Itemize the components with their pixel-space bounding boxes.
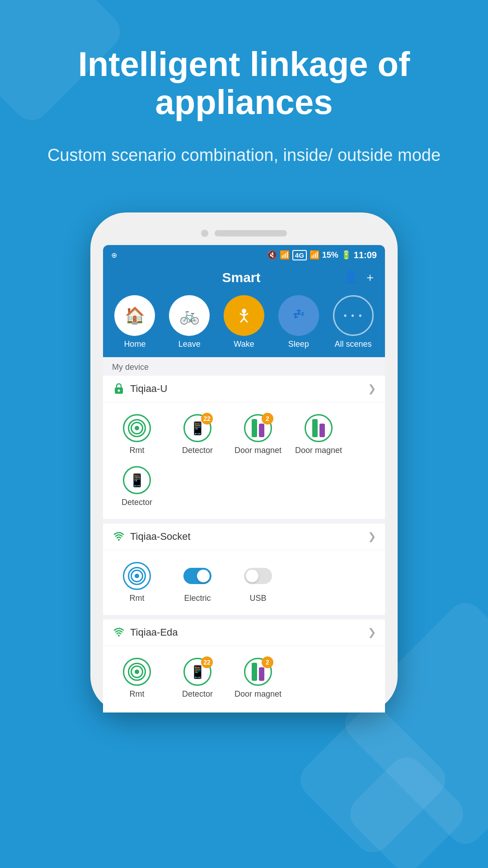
battery-level: 15%	[322, 250, 338, 260]
device-tiqiaa-eda: Tiqiaa-Eda ❯	[103, 619, 385, 708]
door-magnet-item-2[interactable]: Door magnet	[289, 410, 348, 460]
usb-item[interactable]: USB	[229, 557, 287, 608]
detector-eda-badge: 22	[201, 656, 213, 668]
device-tiqiaa-u-arrow: ❯	[368, 383, 376, 395]
scene-sleep[interactable]: 💤 Sleep	[278, 295, 319, 349]
device-tiqiaa-socket-header[interactable]: Tiqiaa-Socket ❯	[103, 524, 385, 550]
signal-icon: 📶	[310, 250, 319, 260]
detector-badge-1: 22	[201, 413, 213, 425]
detector-circle-2: 📱	[123, 466, 151, 494]
device-header-left: Tiqiaa-U	[112, 382, 167, 396]
usb-toggle[interactable]	[244, 568, 272, 584]
rmt-socket[interactable]: Rmt	[108, 557, 166, 608]
status-bar: ⊕ 🔇 📶 4G 📶 15% 🔋 11:09	[103, 245, 385, 265]
sleep-svg-icon: 💤	[289, 306, 309, 326]
detector-eda[interactable]: 22 📱 Detector	[168, 653, 227, 703]
usb-toggle-knob	[246, 570, 258, 582]
scene-home[interactable]: 🏠 Home	[114, 295, 155, 349]
detector-phone-icon-2: 📱	[129, 473, 145, 488]
status-left: ⊕	[111, 251, 117, 259]
rmt-socket-icon	[128, 567, 146, 585]
door-magnet-badge-1: 2	[262, 413, 273, 425]
rmt-socket-label: Rmt	[130, 594, 145, 603]
door-magnet-label-2: Door magnet	[295, 446, 342, 455]
device-eda-icons: Rmt 22 📱 Detector	[103, 646, 385, 703]
scene-all-label: All scenes	[335, 340, 372, 349]
door-magnet-circle-2	[305, 414, 333, 442]
rmt-icon-1	[128, 419, 146, 437]
scene-all-circle: • • •	[333, 295, 374, 336]
electric-item[interactable]: Electric	[168, 557, 227, 608]
rmt-item-1[interactable]: Rmt	[108, 410, 166, 460]
app-icon: ⊕	[111, 251, 117, 259]
add-icon-button[interactable]: ＋	[364, 269, 376, 285]
status-right: 🔇 📶 4G 📶 15% 🔋 11:09	[267, 250, 377, 260]
device-tiqiaa-u-name: Tiqiaa-U	[130, 383, 167, 395]
door-magnet-eda-badge: 2	[262, 656, 273, 668]
lock-icon	[112, 382, 126, 396]
door-magnet-eda[interactable]: 2 Door magnet	[229, 653, 287, 703]
my-device-section: My device Tiqiaa-U ❯	[103, 357, 385, 708]
wifi-green-icon-eda	[112, 626, 126, 639]
scenes-section: 🏠 Home 🚲 Leave	[103, 292, 385, 357]
phone-screen: ⊕ 🔇 📶 4G 📶 15% 🔋 11:09 Smart 👤	[103, 245, 385, 712]
scene-home-label: Home	[124, 340, 145, 349]
door-magnet-eda-label: Door magnet	[235, 689, 282, 699]
svg-point-8	[118, 390, 120, 392]
phone-speaker	[215, 230, 287, 236]
phone-camera	[201, 230, 208, 237]
detector-item-2[interactable]: 📱 Detector	[108, 462, 166, 512]
svg-text:💤: 💤	[292, 308, 305, 320]
door-magnet-item-1[interactable]: 2 Door magnet	[229, 410, 287, 460]
door-magnet-icon-2	[312, 419, 325, 437]
door-magnet-circle-1: 2	[244, 414, 272, 442]
rmt-label-1: Rmt	[130, 446, 145, 455]
electric-toggle-knob	[197, 570, 210, 582]
svg-line-2	[241, 318, 244, 322]
detector-eda-circle: 22 📱	[183, 658, 211, 686]
svg-point-10	[118, 635, 120, 637]
device-socket-icons: Rmt Electric	[103, 550, 385, 615]
electric-label: Electric	[184, 594, 211, 603]
device-tiqiaa-socket-name: Tiqiaa-Socket	[130, 531, 191, 542]
device-tiqiaa-eda-header[interactable]: Tiqiaa-Eda ❯	[103, 619, 385, 646]
my-device-label: My device	[112, 363, 149, 372]
wifi-green-icon	[112, 530, 126, 543]
scene-wake[interactable]: Wake	[224, 295, 264, 349]
nav-title: Smart	[139, 270, 343, 285]
phone-outer: ⊕ 🔇 📶 4G 📶 15% 🔋 11:09 Smart 👤	[90, 212, 398, 712]
mute-icon: 🔇	[267, 250, 277, 260]
subtitle: Custom scenario combination, inside/ out…	[36, 143, 452, 167]
battery-icon: 🔋	[341, 250, 351, 260]
scene-all[interactable]: • • • All scenes	[333, 295, 374, 349]
rmt-socket-circle	[123, 562, 151, 590]
phone-top-bar	[103, 225, 385, 245]
device-socket-arrow: ❯	[368, 531, 376, 542]
rmt-eda[interactable]: Rmt	[108, 653, 166, 703]
rmt-eda-circle	[123, 658, 151, 686]
usb-label: USB	[249, 594, 266, 603]
svg-point-9	[118, 539, 120, 541]
scene-leave-label: Leave	[178, 340, 201, 349]
scene-sleep-label: Sleep	[288, 340, 309, 349]
phone-mockup: ⊕ 🔇 📶 4G 📶 15% 🔋 11:09 Smart 👤	[0, 212, 488, 712]
scene-home-circle: 🏠	[114, 295, 155, 336]
rmt-eda-icon	[128, 663, 146, 681]
wake-svg-icon	[234, 306, 254, 326]
svg-line-3	[244, 318, 247, 322]
door-magnet-label-1: Door magnet	[235, 446, 282, 455]
scene-leave[interactable]: 🚲 Leave	[169, 295, 210, 349]
detector-circle-1: 22 📱	[183, 414, 211, 442]
person-icon-button[interactable]: 👤	[343, 269, 358, 285]
top-nav: Smart 👤 ＋	[103, 265, 385, 292]
detector-item-1[interactable]: 22 📱 Detector	[168, 410, 227, 460]
scene-leave-circle: 🚲	[169, 295, 210, 336]
electric-toggle[interactable]	[183, 568, 211, 584]
nav-icons: 👤 ＋	[343, 269, 376, 285]
device-socket-left: Tiqiaa-Socket	[112, 530, 191, 543]
device-tiqiaa-u-header[interactable]: Tiqiaa-U ❯	[103, 376, 385, 402]
wifi-icon: 📶	[280, 250, 290, 260]
scene-wake-label: Wake	[234, 340, 254, 349]
scene-wake-circle	[224, 295, 264, 336]
section-header: My device	[103, 357, 385, 376]
